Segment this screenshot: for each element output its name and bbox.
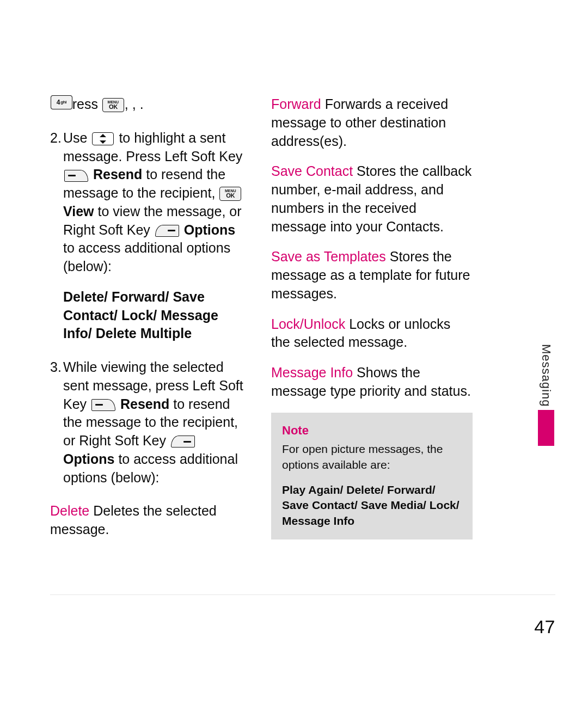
step-text: to resend the message to the recipient, bbox=[63, 167, 225, 200]
step-text: to access additional options (below): bbox=[63, 240, 230, 274]
definition-term: Save as Templates bbox=[271, 249, 386, 264]
footer-rule bbox=[50, 594, 555, 595]
section-tab: Messaging bbox=[538, 344, 554, 446]
dpad-updown-icon bbox=[92, 132, 114, 145]
definition-term: Message Info bbox=[271, 365, 353, 380]
left-soft-key-icon bbox=[91, 399, 115, 411]
definition-message-info: Message Info Shows the message type prio… bbox=[271, 364, 473, 401]
section-tab-indicator bbox=[538, 410, 554, 446]
definition-lock-unlock: Lock/Unlock Locks or unlocks the selecte… bbox=[271, 315, 473, 352]
comma: , bbox=[132, 96, 136, 112]
left-soft-key-icon bbox=[64, 170, 88, 182]
definition-save-contact: Save Contact Stores the callback number,… bbox=[271, 162, 473, 236]
right-soft-key-icon bbox=[155, 225, 179, 237]
right-soft-key-icon bbox=[171, 436, 195, 447]
note-box: Note For open picture messages, the opti… bbox=[271, 413, 473, 540]
step-number: 2. bbox=[50, 129, 62, 148]
resend-label: Resend bbox=[93, 167, 142, 182]
note-options-list: Play Again/ Delete/ Forward/ Save Contac… bbox=[282, 482, 462, 529]
definition-save-templates: Save as Templates Stores the message as … bbox=[271, 248, 473, 303]
note-body: For open picture messages, the options a… bbox=[282, 442, 462, 473]
page-number: 47 bbox=[534, 615, 555, 640]
definition-term: Delete bbox=[50, 503, 89, 518]
right-column: Forward Forwards a received message to o… bbox=[271, 95, 473, 551]
step-2-options-list: Delete/ Forward/ Save Contact/ Lock/ Mes… bbox=[63, 288, 246, 343]
resend-label: Resend bbox=[120, 396, 169, 412]
instruction-list: 1. Press MENUOK, 2abc, 4ghi. 2. Use to h… bbox=[50, 95, 246, 487]
two-column-layout: 1. Press MENUOK, 2abc, 4ghi. 2. Use to h… bbox=[50, 95, 555, 551]
definition-term: Lock/Unlock bbox=[271, 316, 345, 332]
step-text: to highlight a sent message. Press Left … bbox=[63, 130, 242, 164]
left-column: 1. Press MENUOK, 2abc, 4ghi. 2. Use to h… bbox=[50, 95, 246, 551]
definition-delete: Delete Deletes the selected message. bbox=[50, 502, 246, 539]
definition-term: Forward bbox=[271, 96, 321, 112]
manual-page: 1. Press MENUOK, 2abc, 4ghi. 2. Use to h… bbox=[0, 0, 588, 705]
comma: , bbox=[125, 96, 128, 112]
step-number: 3. bbox=[50, 358, 62, 377]
keypad-4-icon: 4ghi bbox=[51, 95, 72, 109]
step-text: Use bbox=[63, 130, 87, 145]
step-1: 1. Press MENUOK, 2abc, 4ghi. bbox=[50, 95, 246, 114]
options-label: Options bbox=[184, 222, 235, 237]
menu-ok-key-icon: MENUOK bbox=[102, 98, 124, 112]
view-label: View bbox=[63, 204, 94, 219]
step-3: 3. While viewing the selected sent messa… bbox=[50, 358, 246, 487]
definition-term: Save Contact bbox=[271, 163, 353, 179]
menu-ok-key-icon: MENUOK bbox=[219, 187, 241, 201]
definition-forward: Forward Forwards a received message to o… bbox=[271, 95, 473, 150]
options-label: Options bbox=[63, 451, 114, 467]
note-heading: Note bbox=[282, 422, 462, 439]
period: . bbox=[140, 96, 144, 112]
step-2: 2. Use to highlight a sent message. Pres… bbox=[50, 129, 246, 343]
section-tab-label: Messaging bbox=[538, 344, 554, 407]
